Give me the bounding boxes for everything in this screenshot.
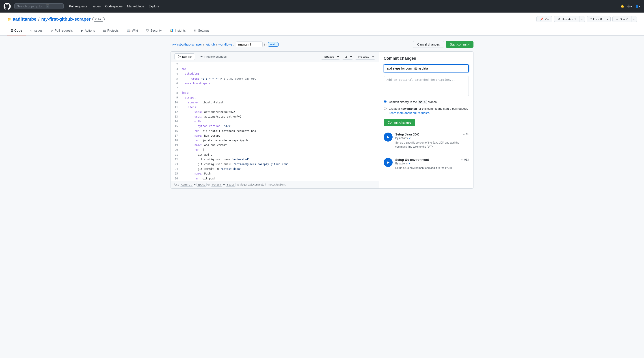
learn-more-link[interactable]: Learn more about pull requests. — [389, 111, 430, 115]
branch-name-badge: main — [418, 100, 427, 104]
marketplace-title-java: Setup Java JDK ☆ 1k — [395, 133, 469, 136]
visibility-badge: Public — [92, 17, 105, 22]
nav-marketplace[interactable]: Marketplace — [127, 5, 144, 8]
radio-new-branch[interactable] — [384, 107, 386, 110]
code-line: 3on: — [171, 67, 379, 71]
repo-actions: 📌 Pin 👁 Unwatch 1 ▾ ⑂ Fork 0 ▾ ☆ Star 0 … — [536, 16, 637, 22]
nav-issues[interactable]: Issues — [92, 5, 100, 8]
editor-main: ⟨/⟩ Edit file 👁 Preview changes Spaces 2… — [170, 51, 474, 189]
marketplace-item-java: ▶ Setup Java JDK ☆ 1k By actions ✔ Set u… — [384, 130, 469, 151]
edit-file-tab[interactable]: ⟨/⟩ Edit file — [174, 53, 195, 60]
repo-name-link[interactable]: my-first-github-scraper — [41, 17, 90, 22]
key-space1: Space — [196, 183, 206, 187]
star-count-java: ☆ 1k — [463, 133, 469, 136]
filename-input[interactable] — [236, 42, 262, 47]
tab-projects[interactable]: ▦ Projects — [100, 26, 122, 36]
code-line: 21 git add . — [171, 152, 379, 157]
commit-panel-title: Commit changes — [384, 56, 469, 61]
repo-owner-link[interactable]: aadittambe — [13, 17, 36, 22]
fork-dropdown[interactable]: ▾ — [605, 16, 610, 22]
commit-panel: Commit changes Commit directly to the ma… — [379, 52, 473, 188]
star-dropdown[interactable]: ▾ — [631, 16, 637, 22]
code-line: 22 git config user.name "Automated" — [171, 157, 379, 162]
code-line: 10 runs-on: ubuntu-latest — [171, 100, 379, 105]
unwatch-button[interactable]: 👁 Unwatch 1 — [554, 16, 579, 22]
marketplace-info-go: Setup Go environment ☆ 983 By actions ✔ … — [395, 158, 469, 170]
marketplace-by-java: By actions ✔ — [395, 137, 469, 140]
preview-changes-tab[interactable]: 👁 Preview changes — [197, 53, 230, 60]
breadcrumb-sep2: / — [216, 43, 217, 46]
repo-icon: 📁 — [7, 18, 11, 21]
tab-security[interactable]: 🛡 Security — [142, 26, 165, 36]
marketplace-info-java: Setup Java JDK ☆ 1k By actions ✔ Set up … — [395, 133, 469, 149]
slash-key: / — [46, 5, 49, 8]
indent-mode-select[interactable]: Spaces — [321, 54, 340, 60]
code-line: 17 - name: Run scraper — [171, 133, 379, 138]
pin-button[interactable]: 📌 Pin — [536, 16, 552, 22]
cancel-changes-button[interactable]: Cancel changes — [413, 41, 444, 48]
top-navigation: Search or jump to... / Pull requests Iss… — [0, 0, 644, 13]
preview-icon: 👁 — [200, 55, 203, 58]
commit-changes-button[interactable]: Commit changes — [384, 119, 415, 126]
create-icon[interactable]: ➕▾ — [627, 5, 632, 8]
code-line: 26 run: git push — [171, 176, 379, 181]
edit-icon: ⟨/⟩ — [178, 55, 181, 58]
fork-button[interactable]: ⑂ Fork 0 — [587, 16, 605, 22]
start-commit-button[interactable]: Start commit ▾ — [446, 41, 474, 48]
nav-codespaces[interactable]: Codespaces — [105, 5, 122, 8]
search-box[interactable]: Search or jump to... / — [14, 3, 64, 9]
wrap-mode-select[interactable]: No wrap — [355, 54, 375, 60]
verified-icon-java: ✔ — [408, 137, 411, 140]
code-line: 23 git config user.email "actions@users.… — [171, 162, 379, 166]
github-logo[interactable] — [4, 3, 11, 10]
marketplace-by-go: By actions ✔ — [395, 162, 469, 165]
bottom-hint: Use Control + Space or Option + Space to… — [171, 181, 379, 188]
start-commit-arrow: ▾ — [468, 43, 470, 46]
radio-direct[interactable] — [384, 100, 386, 103]
editor-toolbar: ⟨/⟩ Edit file 👁 Preview changes Spaces 2… — [171, 52, 379, 62]
indent-size-select[interactable]: 2 — [342, 54, 353, 60]
marketplace-title-go: Setup Go environment ☆ 983 — [395, 158, 469, 162]
commit-message-input[interactable] — [384, 64, 469, 73]
unwatch-button-group: 👁 Unwatch 1 ▾ — [554, 16, 585, 22]
code-line: 13 - uses: actions/setup-python@v2 — [171, 114, 379, 119]
breadcrumb-repo[interactable]: my-first-github-scraper — [170, 43, 202, 46]
separator: / — [38, 17, 40, 22]
tab-wiki[interactable]: 📖 Wiki — [123, 26, 141, 36]
code-line: 11 steps: — [171, 105, 379, 110]
code-line: 18 run: jupyter execute scrape.ipynb — [171, 138, 379, 143]
code-line: 4 schedule: — [171, 71, 379, 76]
avatar[interactable]: 👤▾ — [635, 5, 640, 8]
tab-pull-requests[interactable]: ⇄ Pull requests — [47, 26, 76, 36]
verified-icon-go: ✔ — [408, 162, 411, 165]
marketplace-item-go: ▶ Setup Go environment ☆ 983 By actions … — [384, 155, 469, 173]
tab-settings[interactable]: ⚙ Settings — [190, 26, 213, 36]
breadcrumb-actions: Cancel changes Start commit ▾ — [413, 41, 474, 48]
tab-insights[interactable]: 📊 Insights — [166, 26, 189, 36]
tab-code[interactable]: ⟨⟩ Code — [7, 26, 26, 36]
marketplace-icon-go: ▶ — [384, 158, 392, 167]
key-option: Option — [211, 183, 222, 187]
nav-right: 🔔 ➕▾ 👤▾ — [620, 5, 640, 8]
star-button[interactable]: ☆ Star 0 — [612, 16, 631, 22]
code-area[interactable]: 2 3on: 4 schedule: 5 - cron: "0 8 * * *"… — [171, 62, 379, 181]
commit-description-input[interactable] — [384, 76, 469, 96]
radio-group: Commit directly to the main branch. Crea… — [384, 100, 469, 115]
code-line: 16 - run: pip install notebook requests … — [171, 129, 379, 133]
nav-explore[interactable]: Explore — [149, 5, 159, 8]
code-line: 6 workflow_dispatch: — [171, 81, 379, 86]
radio-new-branch-label: Create a new branch for this commit and … — [389, 107, 469, 115]
code-line: 12 - uses: actions/checkout@v2 — [171, 110, 379, 114]
breadcrumb: my-first-github-scraper / .github / work… — [170, 41, 474, 48]
breadcrumb-workflows[interactable]: workflows — [218, 43, 232, 46]
unwatch-dropdown[interactable]: ▾ — [579, 16, 585, 22]
radio-option-new-branch: Create a new branch for this commit and … — [384, 107, 469, 115]
notification-icon[interactable]: 🔔 — [620, 5, 624, 8]
repo-title: 📁 aadittambe / my-first-github-scraper P… — [7, 17, 105, 22]
tab-actions[interactable]: ▶ Actions — [77, 26, 98, 36]
star-button-group: ☆ Star 0 ▾ — [612, 16, 637, 22]
code-line: 7 — [171, 86, 379, 90]
nav-pull-requests[interactable]: Pull requests — [69, 5, 87, 8]
tab-issues[interactable]: ○ Issues — [27, 26, 46, 36]
breadcrumb-github[interactable]: .github — [206, 43, 215, 46]
